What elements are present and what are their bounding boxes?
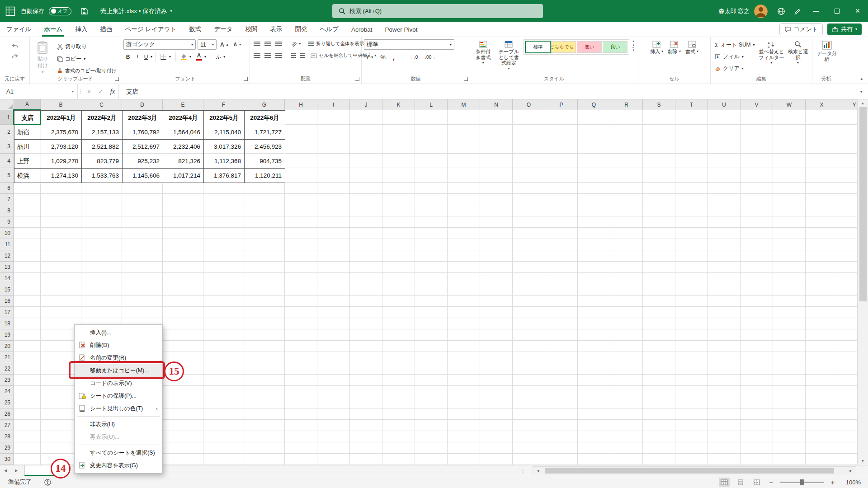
cell-E6[interactable] — [163, 183, 203, 194]
cell-G8[interactable] — [244, 205, 285, 216]
cell-E30[interactable] — [163, 454, 203, 465]
cell-L21[interactable] — [415, 352, 448, 363]
increase-decimal-button[interactable]: ←.0 — [408, 54, 420, 61]
cell-N12[interactable] — [480, 250, 513, 262]
cell-K1[interactable] — [382, 110, 415, 125]
cell-E17[interactable] — [163, 307, 203, 318]
increase-font-button[interactable]: A▴ — [218, 41, 230, 49]
column-header-E[interactable]: E — [163, 99, 203, 110]
cell-C10[interactable] — [81, 228, 122, 239]
cell-E10[interactable] — [163, 228, 203, 239]
gallery-down-icon[interactable]: ▾ — [632, 43, 634, 47]
cell-M8[interactable] — [448, 205, 480, 216]
align-center-button[interactable] — [263, 52, 273, 60]
align-left-button[interactable] — [252, 52, 262, 60]
column-header-N[interactable]: N — [480, 99, 513, 110]
row-header-8[interactable]: 8 — [0, 205, 14, 216]
cell-T12[interactable] — [675, 250, 708, 262]
cell-K9[interactable] — [382, 216, 415, 228]
cell-D17[interactable] — [122, 307, 163, 318]
row-header-22[interactable]: 22 — [0, 363, 14, 375]
cell-N4[interactable] — [480, 154, 513, 168]
cell-J1[interactable] — [350, 110, 382, 125]
cell-V12[interactable] — [741, 250, 773, 262]
vertical-scroll-thumb[interactable] — [859, 107, 867, 301]
cell-K23[interactable] — [382, 375, 415, 386]
cell-R8[interactable] — [610, 205, 643, 216]
cell-T13[interactable] — [675, 262, 708, 273]
cell-F14[interactable] — [203, 273, 244, 284]
zoom-slider[interactable] — [780, 482, 824, 483]
cell-Q28[interactable] — [578, 431, 610, 442]
cell-I7[interactable] — [317, 194, 350, 205]
cell-L22[interactable] — [415, 363, 448, 375]
cell-R22[interactable] — [610, 363, 643, 375]
cell-V14[interactable] — [741, 273, 773, 284]
cell-A19[interactable] — [14, 329, 41, 341]
table-cell-G5[interactable]: 1,120,211 — [245, 169, 285, 183]
cell-P5[interactable] — [545, 168, 578, 183]
cell-J6[interactable] — [350, 183, 382, 194]
cell-Q7[interactable] — [578, 194, 610, 205]
cell-K8[interactable] — [382, 205, 415, 216]
cell-O4[interactable] — [513, 154, 545, 168]
cell-Q9[interactable] — [578, 216, 610, 228]
cell-N21[interactable] — [480, 352, 513, 363]
cell-V10[interactable] — [741, 228, 773, 239]
cell-Y26[interactable] — [838, 408, 857, 420]
cell-Y9[interactable] — [838, 216, 857, 228]
cell-K27[interactable] — [382, 420, 415, 431]
cell-T28[interactable] — [675, 431, 708, 442]
cell-L20[interactable] — [415, 341, 448, 352]
cell-Q1[interactable] — [578, 110, 610, 125]
cell-T25[interactable] — [675, 397, 708, 408]
cell-V15[interactable] — [741, 284, 773, 296]
underline-button[interactable]: U — [142, 53, 150, 61]
cell-W25[interactable] — [773, 397, 806, 408]
cell-Y12[interactable] — [838, 250, 857, 262]
cell-I1[interactable] — [317, 110, 350, 125]
table-cell-C5[interactable]: 1,533,763 — [82, 169, 123, 183]
cell-L30[interactable] — [415, 454, 448, 465]
cell-style-bad[interactable]: 悪い — [577, 41, 602, 53]
cell-V2[interactable] — [741, 125, 773, 139]
cell-X15[interactable] — [806, 284, 838, 296]
cell-A14[interactable] — [14, 273, 41, 284]
cell-H12[interactable] — [285, 250, 317, 262]
cut-button[interactable]: 切り取り — [55, 42, 118, 52]
cell-W30[interactable] — [773, 454, 806, 465]
cell-J21[interactable] — [350, 352, 382, 363]
cell-G17[interactable] — [244, 307, 285, 318]
cell-V27[interactable] — [741, 420, 773, 431]
decrease-font-button[interactable]: A▾ — [232, 41, 243, 48]
cell-R3[interactable] — [610, 139, 643, 154]
cell-K2[interactable] — [382, 125, 415, 139]
excel-app-icon[interactable] — [5, 5, 16, 17]
row-header-15[interactable]: 15 — [0, 284, 14, 296]
cell-I14[interactable] — [317, 273, 350, 284]
gallery-up-icon[interactable]: ▴ — [632, 39, 634, 43]
cell-N2[interactable] — [480, 125, 513, 139]
cell-Q29[interactable] — [578, 442, 610, 454]
cell-A30[interactable] — [14, 454, 41, 465]
column-header-Y[interactable]: Y — [838, 99, 857, 110]
cell-H4[interactable] — [285, 154, 317, 168]
row-header-19[interactable]: 19 — [0, 329, 14, 341]
cell-J27[interactable] — [350, 420, 382, 431]
row-header-1[interactable]: 1 — [0, 110, 14, 125]
cell-T14[interactable] — [675, 273, 708, 284]
cell-Y7[interactable] — [838, 194, 857, 205]
cell-T15[interactable] — [675, 284, 708, 296]
cell-N10[interactable] — [480, 228, 513, 239]
cell-M11[interactable] — [448, 239, 480, 250]
cell-B6[interactable] — [41, 183, 81, 194]
clear-button[interactable]: クリア ▾ — [713, 64, 757, 73]
cell-M18[interactable] — [448, 318, 480, 329]
cell-A6[interactable] — [14, 183, 41, 194]
cell-H15[interactable] — [285, 284, 317, 296]
row-header-11[interactable]: 11 — [0, 239, 14, 250]
cell-R17[interactable] — [610, 307, 643, 318]
cell-G25[interactable] — [244, 397, 285, 408]
cell-N30[interactable] — [480, 454, 513, 465]
tab-draw[interactable]: 描画 — [94, 22, 118, 37]
